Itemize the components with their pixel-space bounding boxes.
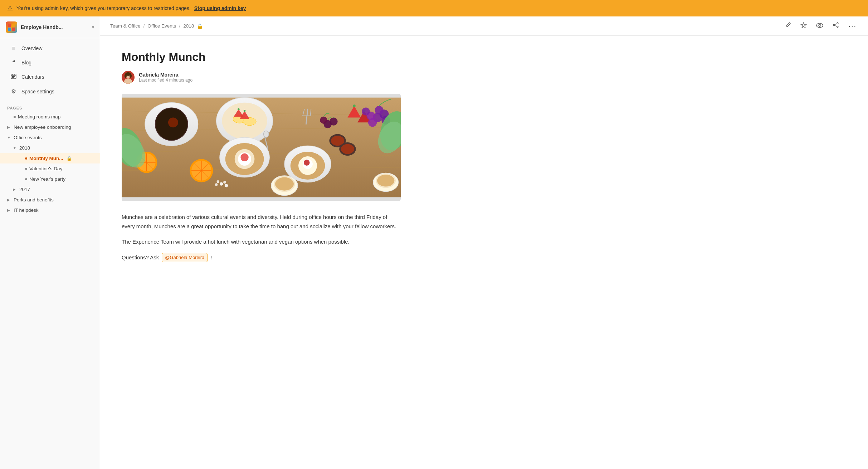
- svg-rect-12: [13, 77, 14, 78]
- svg-point-65: [362, 108, 370, 116]
- page-label: IT helpdesk: [14, 207, 39, 213]
- chevron-down-icon: ▼: [13, 146, 17, 150]
- tree-item-meeting-rooms-map[interactable]: Meeting rooms map: [0, 112, 100, 122]
- svg-point-91: [220, 182, 223, 186]
- svg-line-20: [835, 25, 837, 26]
- svg-rect-8: [12, 76, 13, 77]
- page-label: Meeting rooms map: [18, 114, 60, 119]
- tree-item-office-events[interactable]: ▼ Office events: [0, 132, 100, 143]
- sidebar-title: Employe Handb...: [21, 24, 88, 30]
- svg-point-97: [330, 118, 337, 126]
- svg-point-62: [375, 106, 384, 114]
- page-tree: Meeting rooms map ▶ New employee onboard…: [0, 112, 100, 215]
- admin-banner: ⚠ You're using admin key, which gives yo…: [0, 0, 868, 16]
- svg-point-18: [837, 26, 838, 28]
- breadcrumb-2018[interactable]: 2018: [183, 23, 194, 29]
- page-label: 2018: [19, 145, 30, 151]
- svg-point-17: [833, 24, 835, 26]
- sidebar-item-label: Calendars: [21, 74, 44, 80]
- sidebar-header[interactable]: Employe Handb... ▾: [0, 16, 100, 38]
- chevron-right-icon: ▶: [7, 208, 11, 212]
- app-layout: Employe Handb... ▾ ≡ Overview ❝ Blog: [0, 16, 868, 469]
- tree-item-valentines-day[interactable]: Valentine's Day: [0, 163, 100, 174]
- author-row: Gabriela Moreira Last modified 4 minutes…: [122, 71, 401, 84]
- svg-rect-9: [13, 76, 14, 77]
- sidebar-item-calendars[interactable]: Calendars: [3, 70, 97, 84]
- svg-point-15: [819, 24, 821, 26]
- breadcrumb: Team & Office / Office Events / 2018 🔒: [110, 23, 203, 29]
- sidebar-item-label: Space settings: [21, 89, 54, 94]
- tree-item-monthly-munch[interactable]: Monthly Mun... 🔒: [0, 153, 100, 163]
- questions-row: Questions? Ask @Gabriela Moreira !: [122, 253, 401, 262]
- edit-button[interactable]: [783, 20, 793, 31]
- author-name: Gabriela Moreira: [139, 72, 192, 78]
- page-label: New employee onboarding: [14, 124, 71, 130]
- svg-point-16: [837, 23, 838, 24]
- svg-point-56: [353, 105, 355, 107]
- breadcrumb-office-events[interactable]: Office Events: [147, 23, 176, 29]
- sidebar-item-blog[interactable]: ❝ Blog: [3, 55, 97, 69]
- overview-icon: ≡: [10, 45, 17, 52]
- svg-point-94: [225, 184, 228, 187]
- lock-icon: 🔒: [197, 23, 203, 29]
- svg-point-14: [816, 23, 823, 28]
- app-logo: [6, 21, 17, 33]
- calendar-icon: [10, 73, 17, 80]
- page-label: New Year's party: [29, 176, 65, 182]
- svg-point-98: [320, 117, 327, 124]
- tree-item-new-years-party[interactable]: New Year's party: [0, 174, 100, 184]
- svg-point-83: [275, 177, 294, 191]
- svg-point-64: [368, 118, 377, 127]
- bullet-icon: [25, 157, 27, 160]
- sidebar-item-label: Blog: [21, 60, 31, 65]
- tree-item-it-helpdesk[interactable]: ▶ IT helpdesk: [0, 205, 100, 215]
- svg-marker-13: [801, 23, 806, 28]
- view-button[interactable]: [815, 21, 825, 31]
- chevron-right-icon: ▶: [13, 187, 17, 191]
- page-label: 2017: [19, 187, 30, 192]
- page-body: Munches are a celebration of various cul…: [122, 212, 401, 262]
- chevron-right-icon: ▶: [7, 125, 11, 129]
- svg-point-69: [341, 144, 354, 154]
- stop-admin-link[interactable]: Stop using admin key: [194, 5, 246, 11]
- body-paragraph-1: Munches are a celebration of various cul…: [122, 212, 401, 231]
- breadcrumb-sep: /: [143, 23, 145, 29]
- sidebar-item-overview[interactable]: ≡ Overview: [3, 41, 97, 55]
- svg-rect-2: [8, 28, 11, 31]
- tree-item-perks-and-benefits[interactable]: ▶ Perks and benefits: [0, 195, 100, 205]
- more-button[interactable]: ···: [847, 20, 858, 31]
- blog-icon: ❝: [10, 59, 17, 66]
- svg-rect-0: [8, 24, 11, 27]
- topbar-actions: ···: [783, 20, 858, 31]
- chevron-right-icon: ▶: [7, 198, 11, 202]
- hero-image: [122, 94, 401, 201]
- page-label: Valentine's Day: [29, 166, 62, 171]
- sidebar-item-space-settings[interactable]: ⚙ Space settings: [3, 84, 97, 98]
- svg-point-93: [217, 180, 219, 183]
- breadcrumb-team-office[interactable]: Team & Office: [110, 23, 141, 29]
- exclamation: !: [210, 253, 212, 262]
- svg-point-100: [264, 131, 269, 138]
- topbar: Team & Office / Office Events / 2018 🔒: [100, 16, 868, 36]
- author-info: Gabriela Moreira Last modified 4 minutes…: [139, 72, 192, 83]
- svg-rect-3: [12, 28, 15, 31]
- sidebar-item-label: Overview: [21, 45, 42, 51]
- svg-rect-11: [12, 77, 13, 78]
- author-meta: Last modified 4 minutes ago: [139, 78, 192, 83]
- bullet-icon: [25, 178, 27, 180]
- tree-item-2017[interactable]: ▶ 2017: [0, 184, 100, 195]
- chevron-down-icon: ▼: [7, 136, 11, 140]
- share-button[interactable]: [831, 20, 840, 31]
- page-label: Perks and benefits: [14, 197, 54, 202]
- svg-point-44: [238, 108, 240, 111]
- tree-item-2018[interactable]: ▼ 2018: [0, 143, 100, 153]
- main-area: Team & Office / Office Events / 2018 🔒: [100, 16, 868, 469]
- star-button[interactable]: [799, 20, 808, 31]
- gear-icon: ⚙: [10, 88, 17, 95]
- page-label: Monthly Mun...: [29, 156, 63, 161]
- pages-section-label: PAGES: [0, 102, 100, 112]
- svg-point-54: [304, 160, 310, 166]
- mention-gabriela[interactable]: @Gabriela Moreira: [162, 253, 208, 262]
- banner-text: You're using admin key, which gives you …: [16, 5, 191, 11]
- tree-item-new-employee-onboarding[interactable]: ▶ New employee onboarding: [0, 122, 100, 132]
